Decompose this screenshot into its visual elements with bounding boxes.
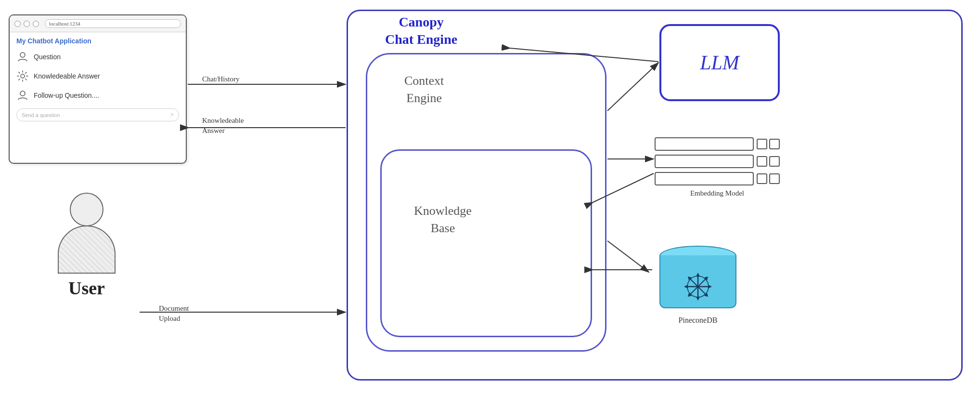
person-icon-followup: [16, 89, 29, 102]
user-figure: User: [58, 193, 116, 299]
svg-line-16: [698, 278, 706, 287]
knowledgeable-answer-label: Knowledeable Answer: [34, 72, 100, 80]
followup-label: Follow-up Question....: [34, 92, 99, 99]
embed-squares-3: [757, 173, 780, 184]
document-upload-arrow-label: DocumentUpload: [159, 303, 189, 324]
embed-row-2: [655, 155, 780, 168]
canopy-chat-engine-label: Canopy Chat Engine: [385, 13, 457, 49]
svg-point-2: [20, 91, 25, 96]
llm-box: LLM: [659, 24, 780, 101]
knowledgeable-answer-arrow-label: KnowledeableAnswer: [202, 116, 244, 136]
knowledge-base-box: [380, 149, 592, 337]
svg-line-12: [690, 278, 698, 287]
app-title: My Chatbot Application: [16, 37, 179, 45]
embed-sq-1a: [757, 139, 767, 149]
embed-sq-3a: [757, 173, 767, 184]
gear-icon-answer: [16, 70, 29, 82]
embed-row-1: [655, 137, 780, 151]
llm-label: LLM: [700, 51, 739, 74]
browser-dot-2: [24, 21, 30, 27]
chat-history-arrow-label: Chat/History: [202, 75, 240, 84]
embed-sq-2a: [757, 156, 767, 167]
knowledge-base-label: Knowledge Base: [414, 202, 472, 237]
send-button[interactable]: >: [170, 111, 174, 118]
browser-body: My Chatbot Application Question Knowlede…: [10, 32, 186, 126]
svg-marker-5: [696, 273, 700, 276]
embed-sq-3b: [769, 173, 780, 184]
svg-line-18: [690, 287, 698, 295]
user-head: [70, 193, 103, 226]
pinecone-cylinder: [659, 246, 736, 313]
chat-input-placeholder: Send a question: [22, 112, 170, 118]
chat-item-answer: Knowledeable Answer: [16, 70, 179, 82]
embed-squares-2: [757, 156, 780, 167]
svg-point-0: [20, 53, 25, 57]
browser-url[interactable]: localhost:1234: [45, 19, 181, 28]
pinecone-group: PineconeDB: [650, 246, 746, 325]
chat-item-question: Question: [16, 51, 179, 63]
svg-marker-9: [684, 285, 688, 289]
cylinder-body: [659, 255, 736, 308]
svg-point-1: [21, 74, 25, 78]
embed-bar-2: [655, 155, 754, 168]
embed-squares-1: [757, 139, 780, 149]
embed-row-3: [655, 172, 780, 185]
embedding-model-group: Embedding Model: [655, 137, 780, 198]
browser-titlebar: localhost:1234: [10, 15, 186, 32]
browser-window: localhost:1234 My Chatbot Application Qu…: [9, 14, 187, 164]
embed-sq-1b: [769, 139, 780, 149]
question-label: Question: [34, 53, 61, 61]
embed-bar-3: [655, 172, 754, 185]
browser-dot-1: [14, 21, 21, 27]
browser-dot-3: [33, 21, 39, 27]
chat-item-followup: Follow-up Question....: [16, 89, 179, 102]
person-icon-question: [16, 51, 29, 63]
context-engine-label: Context Engine: [404, 72, 444, 107]
user-body: [58, 225, 116, 274]
svg-marker-7: [696, 297, 700, 301]
embed-sq-2b: [769, 156, 780, 167]
pinecone-label: PineconeDB: [650, 316, 746, 325]
chat-input-row[interactable]: Send a question >: [16, 108, 179, 121]
user-label: User: [58, 277, 116, 299]
embedding-model-label: Embedding Model: [655, 189, 780, 198]
embed-bar-1: [655, 137, 754, 151]
svg-line-14: [698, 287, 706, 295]
svg-marker-11: [708, 285, 712, 289]
pinecone-icon: [660, 270, 735, 308]
